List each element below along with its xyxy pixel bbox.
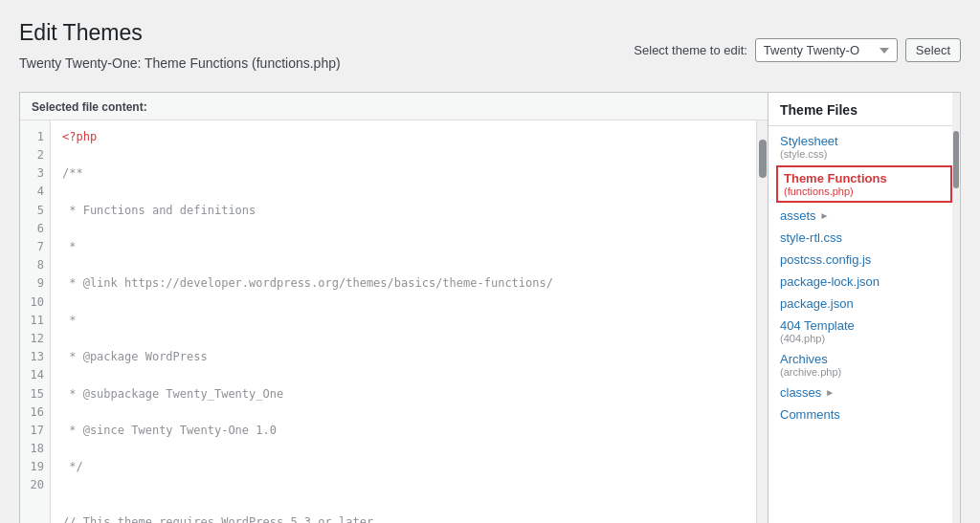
- theme-file-postcss[interactable]: postcss.config.js: [768, 249, 960, 271]
- select-theme-label: Select theme to edit:: [634, 43, 747, 57]
- theme-file-stylesheet[interactable]: Stylesheet (style.css): [768, 130, 960, 163]
- page-title: Edit Themes: [19, 19, 341, 48]
- line-numbers: 12345 678910 1112131415 1617181920: [20, 120, 51, 523]
- selected-file-label: Selected file content:: [20, 93, 768, 120]
- code-editor[interactable]: <?php /** * Functions and definitions * …: [51, 120, 756, 523]
- theme-file-functions[interactable]: Theme Functions (functions.php): [776, 165, 952, 203]
- editor-scrollbar-thumb: [759, 140, 767, 178]
- theme-select[interactable]: Twenty Twenty-O Twenty Twenty-One Twenty…: [755, 38, 898, 62]
- theme-file-404[interactable]: 404 Template (404.php): [768, 315, 960, 348]
- theme-file-comments[interactable]: Comments: [768, 403, 960, 425]
- theme-files-title: Theme Files: [768, 102, 960, 126]
- theme-file-style-rtl[interactable]: style-rtl.css: [768, 227, 960, 249]
- theme-file-archives[interactable]: Archives (archive.php): [768, 348, 960, 381]
- sidebar-scrollbar[interactable]: [952, 93, 960, 523]
- page-subtitle: Twenty Twenty-One: Theme Functions (func…: [19, 55, 341, 71]
- theme-file-classes-folder[interactable]: classes ►: [768, 381, 960, 403]
- sidebar-scroll-thumb: [953, 131, 959, 188]
- theme-file-assets-folder[interactable]: assets ►: [768, 205, 960, 227]
- theme-file-package[interactable]: package.json: [768, 293, 960, 315]
- theme-file-package-lock[interactable]: package-lock.json: [768, 271, 960, 293]
- theme-files-sidebar: Theme Files Stylesheet (style.css) Theme…: [768, 93, 960, 523]
- editor-scrollbar[interactable]: [756, 120, 768, 523]
- select-button[interactable]: Select: [905, 38, 961, 62]
